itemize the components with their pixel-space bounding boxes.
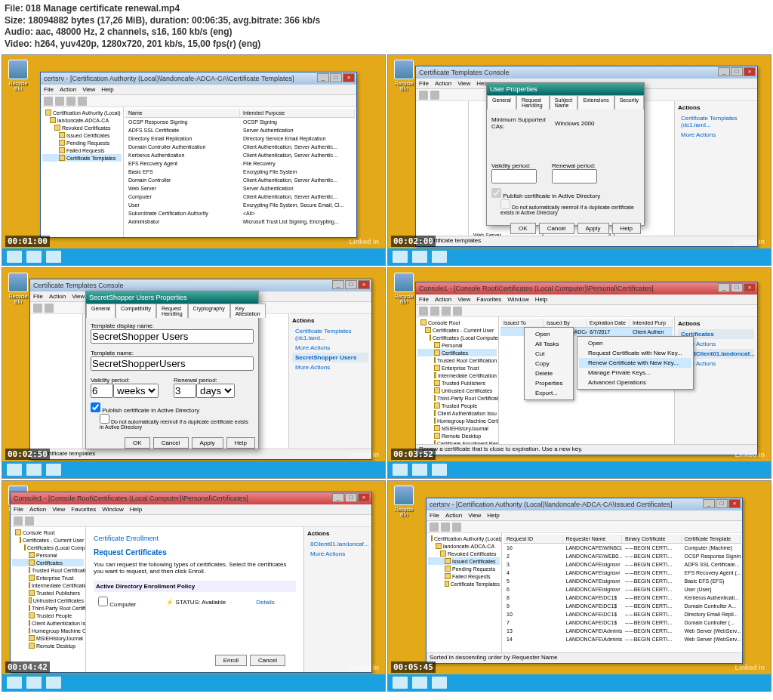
column-header[interactable]: Issued By	[544, 319, 587, 327]
tree-node[interactable]: Failed Requests	[42, 146, 122, 154]
tab[interactable]: Request Handling	[516, 95, 550, 109]
tree-node[interactable]: Trusted Root Certification	[12, 566, 84, 574]
tree-node[interactable]: Third-Party Root Certificat	[12, 604, 84, 612]
nav-back-icon[interactable]	[44, 97, 53, 106]
table-row[interactable]: Kerberos AuthenticationClient Authentica…	[125, 151, 355, 159]
max-button[interactable]: □	[330, 73, 342, 82]
tree-node[interactable]: MSIEHistoryJournal	[417, 424, 497, 432]
tree-node[interactable]: Trusted Publishers	[417, 379, 497, 387]
menu-item[interactable]: Properties	[526, 378, 571, 388]
apply-button[interactable]: Apply	[577, 223, 609, 234]
taskbar[interactable]	[2, 248, 385, 265]
menu-item[interactable]: Open	[579, 338, 691, 348]
recycle-bin[interactable]: Recycle Bin	[393, 486, 415, 517]
help-button[interactable]: Help	[226, 437, 255, 449]
table-row[interactable]: Domain Controller AuthenticationClient A…	[125, 143, 355, 151]
tree-node[interactable]: Certificates - Current User	[12, 536, 84, 544]
recycle-bin[interactable]: Recycle Bin	[393, 60, 415, 91]
tab[interactable]: Request Handling	[156, 304, 188, 318]
mmc-window[interactable]: Console1 - [Console Root\Certificates (L…	[10, 492, 372, 673]
recycle-bin[interactable]: Recycle Bin	[393, 273, 415, 304]
recycle-bin[interactable]: Recycle Bin	[7, 60, 29, 91]
menu-item[interactable]: Copy	[526, 359, 571, 369]
pub-ad-checkbox[interactable]	[91, 402, 100, 412]
menu-view[interactable]: View	[457, 80, 470, 87]
tree-node[interactable]: Trusted People	[417, 402, 497, 409]
table-row[interactable]: 2LANDONCAFE\WEB0...-----BEGIN CERTI...OC…	[504, 552, 741, 560]
context-submenu[interactable]: OpenRequest Certificate with New Key...R…	[577, 336, 694, 390]
tb-app-icon[interactable]	[26, 251, 42, 263]
taskbar[interactable]	[388, 248, 771, 265]
tabs[interactable]: GeneralRequest HandlingSubject NameExten…	[487, 95, 644, 109]
table-row[interactable]: 13LANDONCAFE\Administrator-----BEGIN CER…	[504, 627, 741, 635]
certsrv-window[interactable]: certsrv - [Certification Authority (Loca…	[40, 72, 357, 238]
min-button[interactable]: _	[317, 73, 329, 82]
column-header[interactable]: Intended Purp	[630, 319, 673, 327]
menu-item[interactable]: Request Certificate with New Key...	[579, 348, 691, 358]
ok-button[interactable]: OK	[125, 437, 150, 449]
table-row[interactable]: 9LANDONCAFE\DC1$-----BEGIN CERTI...Domai…	[504, 602, 741, 610]
menu-item[interactable]: Advanced Operations	[579, 378, 691, 387]
column-header[interactable]: Expiration Date	[587, 319, 630, 327]
tab[interactable]: Extensions	[577, 95, 614, 109]
titlebar[interactable]: Certificate Templates Console _□×	[416, 66, 757, 79]
tree-node[interactable]: Certificates	[12, 559, 84, 566]
menu-view[interactable]: View	[82, 86, 95, 93]
cancel-button[interactable]: Cancel	[250, 655, 285, 666]
renewal-input[interactable]	[174, 384, 196, 398]
tree-node[interactable]: Console Root	[12, 529, 84, 536]
table-row[interactable]: ComputerClient Authentication, Server Au…	[125, 193, 355, 201]
menu-item[interactable]: Open	[526, 329, 571, 339]
min-button[interactable]: _	[718, 67, 730, 76]
tree-node[interactable]: Issued Certificates	[42, 131, 122, 139]
table-row[interactable]: 3LANDONCAFE\signsvr-----BEGIN CERTI...AD…	[504, 560, 741, 569]
tree-node[interactable]: Console Root	[417, 319, 497, 326]
tree-node[interactable]: Client Authentication Issu	[417, 409, 497, 417]
column-header[interactable]: Name	[125, 109, 240, 117]
tab[interactable]: General	[487, 95, 516, 109]
nav-fwd-icon[interactable]	[55, 97, 64, 106]
table-row[interactable]: UserEncrypting File System, Secure Email…	[125, 201, 355, 209]
titlebar[interactable]: Certificate Templates Console _□×	[30, 279, 371, 291]
help-icon[interactable]	[430, 91, 439, 100]
table-row[interactable]: 8LANDONCAFE\DC1$-----BEGIN CERTI...Kerbe…	[504, 594, 741, 602]
tree-node[interactable]: Certification Authority (Local)	[428, 535, 500, 542]
menu-file[interactable]: File	[44, 86, 54, 93]
menu-item[interactable]: Delete	[526, 369, 571, 378]
tree-node[interactable]: Issued Certificates	[428, 557, 500, 565]
tree-node[interactable]: Revoked Certificates	[428, 550, 500, 557]
tree-node[interactable]: MSIEHistoryJournal	[12, 634, 84, 642]
tab[interactable]: Cryptography	[188, 304, 230, 318]
tabs[interactable]: GeneralCompatibilityRequest HandlingCryp…	[86, 304, 258, 318]
tree-node[interactable]: Client Authentication Issu	[12, 619, 84, 627]
user-properties-dialog[interactable]: User Properties GeneralRequest HandlingS…	[486, 82, 645, 226]
refresh-icon[interactable]	[419, 91, 428, 100]
help-button[interactable]: Help	[612, 223, 641, 234]
table-row[interactable]: Domain ControllerClient Authentication, …	[125, 176, 355, 184]
tree-node[interactable]: Pending Requests	[428, 565, 500, 572]
dialog-title[interactable]: User Properties	[487, 83, 644, 95]
list-view[interactable]: NameIntended Purpose OCSP Response Signi…	[124, 107, 356, 237]
tree-node[interactable]: Certificate Templates	[42, 154, 122, 162]
table-row[interactable]: 7LANDONCAFE\DC1$-----BEGIN CERTI...Domai…	[504, 618, 741, 627]
tree-node[interactable]: Personal	[12, 551, 84, 559]
tree-node[interactable]: landoncafe-ADCA-CA	[428, 542, 500, 550]
recycle-bin[interactable]: Recycle Bin	[7, 273, 29, 304]
titlebar[interactable]: certsrv - [Certification Authority (Loca…	[41, 72, 356, 85]
table-row[interactable]: Web ServerServer Authentication	[125, 184, 355, 193]
tree-node[interactable]: Homegroup Machine Certif	[417, 417, 497, 424]
table-row[interactable]: 14LANDONCAFE\Administrator-----BEGIN CER…	[504, 635, 741, 643]
menu-file[interactable]: File	[419, 80, 429, 87]
tab[interactable]: Security	[614, 95, 644, 109]
tab[interactable]: Compatibility	[115, 304, 156, 318]
tab[interactable]: Key Attestation	[230, 304, 266, 318]
tree-view[interactable]: Console RootCertificates - Current UserC…	[416, 317, 499, 455]
apply-button[interactable]: Apply	[192, 437, 223, 449]
table-row[interactable]: AdministratorMicrosoft Trust List Signin…	[125, 217, 355, 226]
close-button[interactable]: ×	[744, 67, 756, 76]
max-button[interactable]: □	[731, 67, 743, 76]
column-header[interactable]: Certificate Template	[682, 535, 741, 543]
tab[interactable]: General	[86, 304, 115, 318]
list-view[interactable]: Request IDRequester NameBinary Certifica…	[502, 533, 742, 663]
cancel-button[interactable]: Cancel	[153, 437, 189, 449]
